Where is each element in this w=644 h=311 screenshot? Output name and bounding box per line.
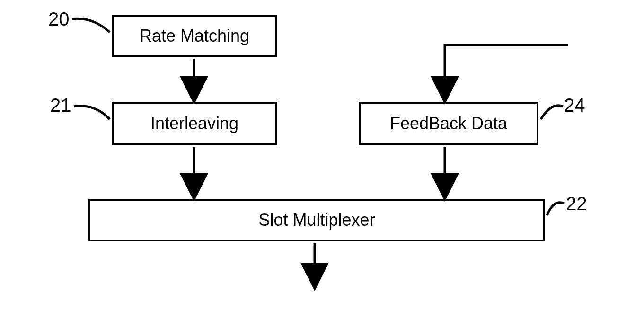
arrow-input-to-feedback	[445, 45, 568, 100]
callout-21	[74, 106, 110, 119]
callout-22	[547, 203, 564, 215]
callout-20	[72, 18, 110, 32]
connectors-svg	[0, 0, 644, 311]
callout-24	[541, 106, 563, 119]
block-diagram: 20 21 24 22 Rate Matching Interleaving F…	[0, 0, 644, 311]
